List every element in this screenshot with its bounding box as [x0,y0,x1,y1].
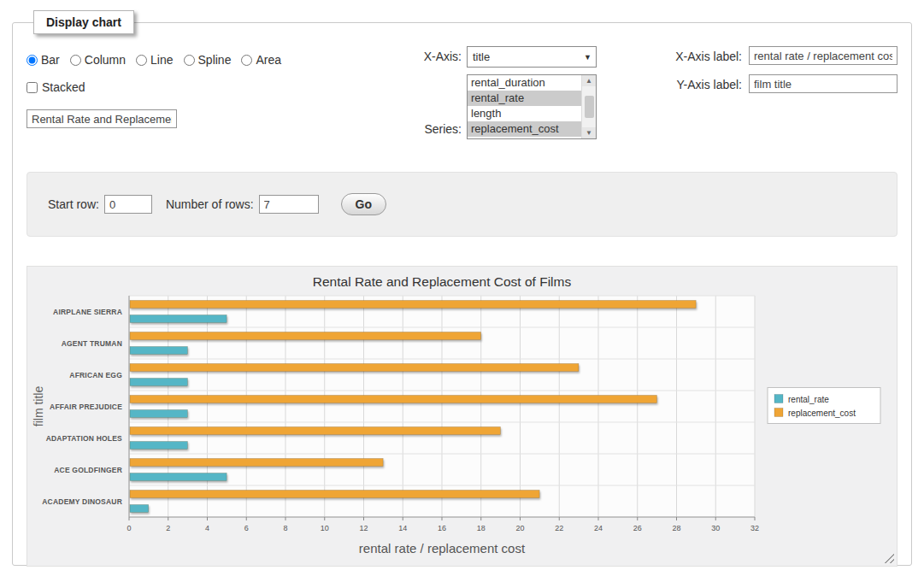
chart-type-option-area[interactable]: Area [241,53,281,67]
svg-text:30: 30 [711,524,720,532]
scrollbar-thumb[interactable] [585,96,594,118]
chart-panel: 02468101214161820222426283032AIRPLANE SI… [26,266,898,567]
chart-type-label: Line [150,53,173,67]
svg-text:0: 0 [127,524,131,532]
stacked-label: Stacked [42,80,85,94]
chart-legend [768,388,880,424]
chart-type-radio-group: BarColumnLineSplineArea [26,53,407,67]
series-option-rental_rate[interactable]: rental_rate [468,91,581,106]
bar-rental_rate [130,410,187,418]
bar-rental_rate [130,379,187,386]
chart-options-row: BarColumnLineSplineArea Stacked X-Axis: … [26,46,898,146]
chart-type-label: Column [85,53,126,67]
chart-canvas: 02468101214161820222426283032AIRPLANE SI… [31,270,894,561]
bar-replacement_cost [130,301,696,309]
axis-series-column: X-Axis: title ▼ Series: rental_durationr… [407,46,663,146]
svg-text:18: 18 [476,524,485,532]
chevron-down-icon: ▼ [584,53,591,62]
bar-replacement_cost [130,459,383,467]
y-axis-label-label: Y-Axis label: [663,74,742,93]
svg-text:12: 12 [359,524,368,532]
category-label: ADAPTATION HOLES [45,434,121,443]
series-listbox[interactable]: rental_durationrental_ratelengthreplacem… [467,74,597,139]
category-label: AIRPLANE SIERRA [53,308,122,316]
bar-rental_rate [130,505,149,513]
x-axis-select-label: X-Axis: [407,46,462,68]
svg-text:2: 2 [166,524,170,532]
svg-text:28: 28 [672,524,680,532]
category-label: ACADEMY DINOSAUR [42,497,122,506]
radio-spline[interactable] [184,55,195,66]
num-rows-input[interactable] [259,195,319,214]
svg-text:14: 14 [398,524,407,532]
y-axis-label-input[interactable] [749,74,898,93]
display-chart-fieldset: Display chart BarColumnLineSplineArea St… [12,10,912,566]
series-options: rental_durationrental_ratelengthreplacem… [468,75,581,138]
bar-replacement_cost [130,364,579,372]
bar-replacement_cost [130,491,539,498]
radio-line[interactable] [136,55,147,66]
radio-bar[interactable] [26,55,38,66]
svg-text:8: 8 [283,524,287,532]
chart-type-option-line[interactable]: Line [136,53,173,67]
bar-replacement_cost [130,427,500,435]
bar-rental_rate [130,473,227,481]
y-axis-title: film title [32,386,45,427]
display-chart-legend: Display chart [33,10,134,34]
scroll-down-icon[interactable]: ▼ [582,127,596,138]
num-rows-label: Number of rows: [166,197,254,211]
chart-type-label: Area [256,53,281,67]
chart-title-input[interactable] [26,109,177,128]
svg-text:4: 4 [204,524,209,532]
radio-area[interactable] [241,55,252,66]
x-axis-select[interactable]: title ▼ [467,46,597,68]
go-button[interactable]: Go [341,193,386,215]
chart-type-option-column[interactable]: Column [70,53,126,67]
chart-title: Rental Rate and Replacement Cost of Film… [312,274,571,289]
row-range-panel: Start row: Number of rows: Go [26,172,898,237]
x-axis-selected-value: title [473,50,490,63]
bar-rental_rate [130,347,187,355]
category-label: AGENT TRUMAN [61,339,121,348]
bar-replacement_cost [130,332,481,340]
stacked-row: Stacked [26,80,407,94]
chart-type-option-bar[interactable]: Bar [26,53,60,67]
svg-text:26: 26 [633,524,641,532]
svg-text:24: 24 [593,524,602,532]
chart-type-label: Spline [198,53,232,67]
scroll-up-icon[interactable]: ▲ [582,75,596,86]
start-row-label: Start row: [48,197,99,211]
bar-rental_rate [130,315,227,323]
start-row-input[interactable] [104,195,152,214]
series-option-rental_duration[interactable]: rental_duration [468,75,581,91]
svg-text:22: 22 [555,524,563,532]
bar-rental_rate [130,442,187,450]
legend-entry-rental_rate: rental_rate [788,395,829,404]
series-scrollbar[interactable]: ▲ ▼ [581,75,596,138]
x-axis-label-input[interactable] [749,46,898,65]
svg-text:20: 20 [515,524,524,532]
legend-entry-replacement_cost: replacement_cost [788,409,856,418]
radio-column[interactable] [70,55,81,66]
svg-text:6: 6 [244,524,248,532]
axis-labels-column: X-Axis label: Y-Axis label: [663,46,898,146]
chart-title-row [26,109,407,128]
svg-text:32: 32 [750,524,758,532]
chart-type-option-spline[interactable]: Spline [184,53,232,67]
svg-text:10: 10 [320,524,328,532]
category-label: AFFAIR PREJUDICE [50,403,122,411]
x-axis-label-label: X-Axis label: [663,46,742,65]
category-label: AFRICAN EGG [69,371,122,379]
chart-type-column: BarColumnLineSplineArea Stacked [26,46,407,146]
series-label: Series: [407,122,462,139]
category-label: ACE GOLDFINGER [54,466,122,474]
series-option-replacement_cost[interactable]: replacement_cost [468,121,581,137]
bar-replacement_cost [130,396,656,403]
stacked-checkbox[interactable] [26,82,38,93]
series-option-length[interactable]: length [468,106,581,121]
x-axis-title: rental rate / replacement cost [358,541,525,556]
chart-type-label: Bar [41,53,60,67]
svg-text:16: 16 [437,524,445,532]
